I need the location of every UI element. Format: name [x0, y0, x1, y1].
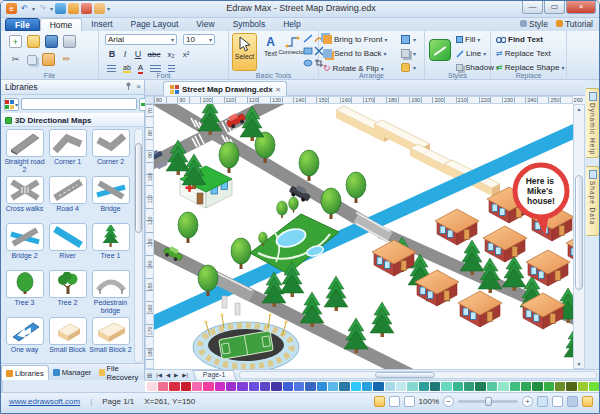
ellipse-tool-icon[interactable] [303, 58, 313, 68]
first-page-button[interactable]: |◀ [154, 372, 164, 378]
palette-swatch[interactable] [407, 382, 417, 391]
vertical-ruler[interactable]: 708090100110120130140150160170180 [145, 104, 154, 369]
palette-swatch[interactable] [260, 382, 270, 391]
palette-swatch[interactable] [521, 382, 531, 391]
pine-tree-icon[interactable] [92, 223, 130, 251]
side-tab-shape-data[interactable]: Shape Data [586, 166, 600, 236]
street-map-drawing[interactable]: Here is Mike's house! [154, 104, 573, 369]
connector-tool-button[interactable]: Connector [281, 33, 303, 71]
library-item-small-block-2[interactable]: Small Block 2 [89, 316, 132, 363]
line-button[interactable]: Line▾ [456, 49, 486, 58]
deciduous-tree-icon[interactable] [49, 270, 87, 298]
lock-icon[interactable] [401, 63, 410, 72]
palette-swatch[interactable] [328, 382, 338, 391]
river-icon[interactable] [49, 223, 87, 251]
palette-swatch[interactable] [510, 382, 520, 391]
bold-button[interactable]: B [107, 49, 117, 59]
rectangle-tool-icon[interactable] [303, 46, 313, 56]
replace-text-button[interactable]: ⇄Replace Text [496, 49, 551, 58]
small-block-2-icon[interactable] [92, 317, 130, 345]
last-page-button[interactable]: ▶| [180, 372, 190, 378]
pedestrian-bridge-icon[interactable] [92, 270, 130, 298]
document-tab[interactable]: Street Map Drawing.edx × [163, 81, 287, 96]
bridge-2-icon[interactable] [6, 223, 44, 251]
font-name-select[interactable]: Arial▾ [105, 34, 177, 45]
palette-swatch[interactable] [294, 382, 304, 391]
library-item-tree-1[interactable]: Tree 1 [89, 222, 132, 269]
italic-button[interactable]: I [120, 49, 130, 59]
zoom-region-icon[interactable] [552, 396, 563, 407]
panel-tab-file-recovery[interactable]: File Recovery [95, 365, 144, 380]
palette-swatch[interactable] [373, 382, 383, 391]
palette-swatch[interactable] [249, 382, 259, 391]
tutorial-menu[interactable]: Tutorial [556, 19, 593, 29]
send-to-back-button[interactable]: Send to Back▾ [323, 49, 387, 58]
zoom-slider-thumb[interactable] [485, 397, 492, 406]
maximize-button[interactable]: ▭ [544, 1, 565, 14]
new-document-icon[interactable]: + [9, 35, 22, 48]
palette-swatch[interactable] [441, 382, 451, 391]
print-preview-icon[interactable] [404, 396, 415, 407]
find-text-button[interactable]: Find Text [496, 35, 543, 44]
library-item-tree-3[interactable]: Tree 3 [3, 269, 46, 316]
pan-icon[interactable] [567, 396, 578, 407]
library-item-one-way[interactable]: One way [3, 316, 46, 363]
palette-swatch[interactable] [283, 382, 293, 391]
normal-view-icon[interactable] [374, 396, 385, 407]
style-menu[interactable]: Style [520, 19, 548, 29]
paste-icon[interactable] [42, 53, 55, 66]
palette-swatch[interactable] [464, 382, 474, 391]
library-item-straight-road-2[interactable]: Straight road 2 [3, 128, 46, 175]
small-block-icon[interactable] [49, 317, 87, 345]
library-item-pedestrain-bridge[interactable]: Pedestrain bridge [89, 269, 132, 316]
round-tree-icon[interactable] [6, 270, 44, 298]
zoom-out-button[interactable]: − [443, 396, 454, 407]
minimize-button[interactable]: — [522, 1, 543, 14]
palette-swatch[interactable] [203, 382, 213, 391]
palette-swatch[interactable] [453, 382, 463, 391]
subscript-button[interactable]: x₂ [165, 50, 177, 59]
format-painter-icon[interactable]: ✏ [60, 53, 73, 66]
select-tool-button[interactable]: Select [232, 33, 257, 71]
palette-swatch[interactable] [498, 382, 508, 391]
copy-icon[interactable] [27, 55, 37, 65]
palette-swatch[interactable] [385, 382, 395, 391]
prev-page-button[interactable]: ◀ [164, 372, 172, 378]
library-item-bridge-2[interactable]: Bridge 2 [3, 222, 46, 269]
pin-icon[interactable] [125, 82, 132, 90]
palette-swatch[interactable] [396, 382, 406, 391]
library-item-corner-1[interactable]: Corner 1 [46, 128, 89, 175]
save-icon[interactable] [45, 35, 58, 48]
align-icon[interactable] [401, 35, 410, 44]
palette-swatch[interactable] [544, 382, 554, 391]
road-straight-icon[interactable] [6, 129, 44, 157]
page-list-icon[interactable]: ▤ [145, 372, 154, 378]
close-button[interactable]: × [566, 1, 596, 14]
page-tab[interactable]: Page-1 [192, 370, 236, 380]
quick-style-icon[interactable] [429, 39, 451, 61]
palette-swatch[interactable] [475, 382, 485, 391]
zoom-in-button[interactable]: + [522, 396, 533, 407]
fill-button[interactable]: Fill▾ [456, 35, 480, 44]
one-way-sign-icon[interactable] [6, 317, 44, 345]
menu-tab-file[interactable]: File [5, 18, 40, 31]
page-view-icon[interactable] [389, 396, 400, 407]
menu-tab-help[interactable]: Help [274, 18, 309, 31]
palette-swatch[interactable] [181, 382, 191, 391]
side-tab-dynamic-help[interactable]: Dynamic Help [586, 88, 600, 158]
palette-swatch[interactable] [566, 382, 576, 391]
edrawsoft-link[interactable]: www.edrawsoft.com [9, 397, 80, 406]
vertical-scrollbar[interactable]: ▲ ▼ [573, 104, 585, 369]
font-size-select[interactable]: 10▾ [183, 34, 215, 45]
palette-swatch[interactable] [237, 382, 247, 391]
palette-swatch[interactable] [362, 382, 372, 391]
palette-swatch[interactable] [532, 382, 542, 391]
palette-swatch[interactable] [317, 382, 327, 391]
library-item-small-block[interactable]: Small Block [46, 316, 89, 363]
line-tool-icon[interactable] [303, 34, 313, 44]
document-close-icon[interactable]: × [276, 85, 281, 94]
menu-tab-home[interactable]: Home [40, 18, 83, 31]
stadium[interactable] [193, 314, 299, 369]
palette-swatch[interactable] [487, 382, 497, 391]
library-item-road-4[interactable]: Road 4 [46, 175, 89, 222]
